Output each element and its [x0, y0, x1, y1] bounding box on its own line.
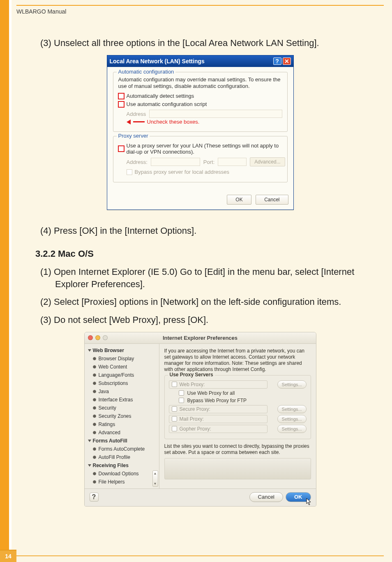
bullet-icon	[93, 480, 96, 484]
bypass-ftp-checkbox[interactable]	[179, 398, 184, 403]
scrollbar[interactable]: ▲▼	[152, 470, 158, 487]
ok-button[interactable]: OK	[227, 195, 251, 205]
close-icon[interactable]: ✕	[283, 58, 291, 65]
mac-subhead: 3.2.2 Mac O/S	[35, 249, 384, 259]
mac-traffic-lights	[88, 335, 118, 340]
content-area: (3) Unselect all three options in the [L…	[16, 37, 384, 537]
web-proxy-field: Web Proxy:	[169, 380, 267, 389]
auto-detect-label: Automatically detect settings	[127, 93, 194, 99]
mail-proxy-checkbox[interactable]	[172, 416, 177, 422]
mail-proxy-settings-button[interactable]: Settings...	[277, 415, 307, 423]
header-rule	[16, 5, 384, 6]
auto-script-checkbox[interactable]	[118, 101, 124, 107]
step-4: (4) Press [OK] in the [Internet Options]…	[40, 225, 369, 237]
disclosure-triangle-icon	[88, 440, 91, 442]
bullet-icon	[93, 398, 96, 401]
mac-desc: If you are accessing the Internet from a…	[164, 348, 311, 373]
bullet-icon	[93, 447, 96, 451]
help-icon[interactable]: ?	[273, 58, 281, 65]
use-web-proxy-all-label: Use Web Proxy for all	[187, 390, 235, 396]
proxy-title: Proxy server	[117, 133, 150, 139]
sidebar-item-language-fonts[interactable]: Language/Fonts	[85, 371, 159, 379]
minimize-traffic-icon[interactable]	[95, 335, 100, 340]
lan-footer: OK Cancel	[107, 192, 293, 210]
sidebar-item-java[interactable]: Java	[85, 387, 159, 396]
page-footer: 14	[0, 550, 392, 562]
proxy-port-label: Port:	[203, 159, 214, 165]
zoom-traffic-icon[interactable]	[103, 335, 108, 340]
sidebar-item-ratings[interactable]: Ratings	[85, 420, 159, 428]
mac-cancel-button[interactable]: Cancel	[249, 492, 283, 502]
disclosure-triangle-icon	[88, 349, 91, 352]
script-address-input	[149, 110, 282, 118]
sidebar-item-subscriptions[interactable]: Subscriptions	[85, 379, 159, 387]
annotation-text: Uncheck these boxes.	[147, 119, 200, 125]
bullet-icon	[93, 472, 96, 475]
mac-bottombar: ? Cancel OK	[85, 488, 316, 506]
mac-right-pane: If you are accessing the Internet from a…	[159, 344, 316, 488]
sidebar-group-web-browser[interactable]: Web Browser	[85, 346, 159, 355]
bullet-icon	[93, 406, 96, 410]
use-proxy-group: Use Proxy Servers Web Proxy: Settings...…	[164, 375, 311, 439]
help-icon[interactable]: ?	[90, 493, 99, 502]
bullet-icon	[93, 390, 96, 393]
web-proxy-checkbox[interactable]	[172, 382, 177, 387]
sidebar-item-security[interactable]: Security	[85, 404, 159, 412]
use-proxy-checkbox[interactable]	[118, 146, 124, 152]
mac-title: Internet Explorer Preferences	[118, 335, 283, 341]
sidebar-item-security-zones[interactable]: Security Zones	[85, 412, 159, 420]
sidebar-item-interface-extras[interactable]: Interface Extras	[85, 396, 159, 404]
bullet-icon	[93, 373, 96, 377]
proxy-address-input	[151, 158, 200, 166]
use-proxy-title: Use Proxy Servers	[168, 372, 215, 378]
secure-proxy-settings-button[interactable]: Settings...	[277, 405, 307, 413]
gopher-proxy-checkbox[interactable]	[172, 426, 177, 431]
mac-preferences-dialog: Internet Explorer Preferences Web Browse…	[84, 332, 316, 507]
sidebar-item-forms-autocomplete[interactable]: Forms AutoComplete	[85, 445, 159, 453]
disclosure-triangle-icon	[88, 464, 91, 467]
arrow-stem	[133, 121, 145, 122]
mail-proxy-label: Mail Proxy:	[180, 416, 204, 422]
left-white-band	[9, 0, 12, 562]
use-proxy-desc: Use a proxy server for your LAN (These s…	[127, 143, 282, 155]
use-web-proxy-all-checkbox[interactable]	[179, 390, 184, 396]
close-traffic-icon[interactable]	[88, 335, 93, 340]
arrow-left-icon	[127, 120, 131, 124]
bypass-local-label: Bypass proxy server for local addresses	[135, 169, 229, 175]
bullet-icon	[93, 423, 96, 426]
proxy-port-input	[218, 158, 247, 166]
web-proxy-label: Web Proxy:	[180, 382, 205, 387]
mac-ok-button[interactable]: OK	[286, 492, 311, 502]
mac-body: Web Browser Browser Display Web Content …	[85, 344, 316, 488]
step-3: (3) Unselect all three options in the [L…	[40, 37, 369, 49]
bypass-local-checkbox	[127, 169, 132, 175]
mail-proxy-field: Mail Proxy:	[169, 415, 267, 423]
lan-body: Automatic configuration Automatic config…	[107, 67, 293, 193]
mac-sidebar: Web Browser Browser Display Web Content …	[85, 344, 159, 488]
auto-detect-checkbox[interactable]	[118, 93, 124, 99]
bypass-desc: List the sites you want to connect to di…	[164, 443, 311, 456]
sidebar-group-forms-autofill[interactable]: Forms AutoFill	[85, 437, 159, 445]
uncheck-annotation: Uncheck these boxes.	[127, 119, 282, 125]
lan-title: Local Area Network (LAN) Settings	[110, 58, 272, 64]
bullet-icon	[93, 415, 96, 418]
cursor-icon	[306, 498, 312, 506]
proxy-address-label: Address:	[127, 159, 148, 165]
gopher-proxy-label: Gopher Proxy:	[180, 426, 211, 432]
sidebar-item-autofill-profile[interactable]: AutoFill Profile	[85, 453, 159, 461]
sidebar-item-web-content[interactable]: Web Content	[85, 363, 159, 371]
script-address-label: Address	[127, 111, 146, 117]
cancel-button[interactable]: Cancel	[256, 195, 288, 205]
bullet-icon	[93, 456, 96, 459]
sidebar-item-advanced[interactable]: Advanced	[85, 428, 159, 437]
secure-proxy-checkbox[interactable]	[172, 406, 177, 412]
autoconfig-title: Automatic configuration	[117, 69, 176, 75]
sidebar-item-download-options[interactable]: Download Options	[85, 470, 159, 478]
sidebar-item-browser-display[interactable]: Browser Display	[85, 355, 159, 363]
sidebar-group-receiving-files[interactable]: Receiving Files	[85, 461, 159, 470]
sidebar-item-file-helpers[interactable]: File Helpers	[85, 478, 159, 486]
gopher-proxy-field: Gopher Proxy:	[169, 425, 267, 433]
gopher-proxy-settings-button[interactable]: Settings...	[277, 425, 307, 433]
bypass-list-input[interactable]	[164, 458, 311, 479]
web-proxy-settings-button[interactable]: Settings...	[277, 380, 307, 389]
